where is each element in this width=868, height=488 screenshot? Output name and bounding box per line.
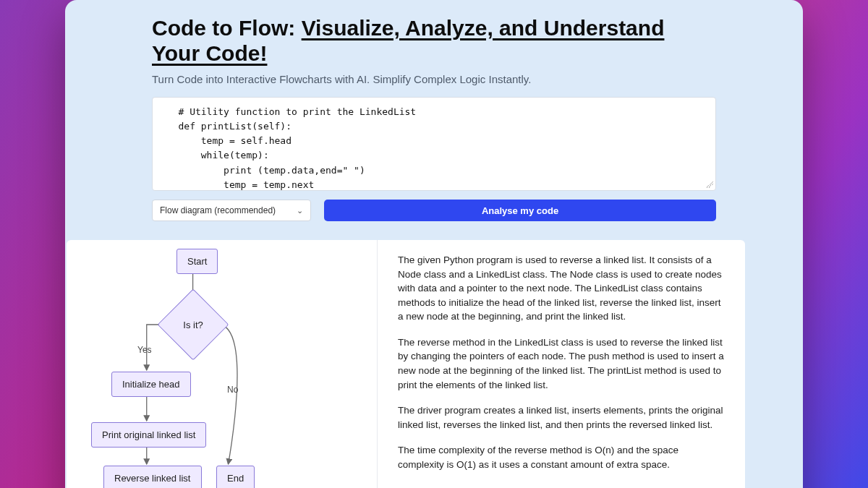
explanation-paragraph: The given Python program is used to reve… [398, 253, 725, 324]
controls-row: Flow diagram (recommended) ⌄ Analyse my … [152, 200, 716, 221]
flow-start-node: Start [176, 249, 218, 274]
code-input[interactable]: # Utility function to print the LinkedLi… [152, 97, 716, 191]
results-panel: Start Is it? Yes No Initialize head Prin… [67, 240, 745, 488]
code-line: def printList(self): [161, 119, 707, 134]
chevron-down-icon: ⌄ [297, 206, 303, 215]
flow-reverse-node: Reverse linked list [103, 466, 202, 488]
app-window: Code to Flow: Visualize, Analyze, and Un… [65, 0, 803, 488]
page-title: Code to Flow: Visualize, Analyze, and Un… [152, 16, 716, 66]
title-plain: Code to Flow: [152, 16, 302, 40]
explanation-paragraph: The time complexity of the reverse metho… [398, 443, 725, 471]
flow-print-original-node: Print original linked list [91, 422, 206, 448]
flow-edge-no: No [227, 385, 238, 395]
code-line: while(temp): [161, 148, 707, 163]
diagram-type-select[interactable]: Flow diagram (recommended) ⌄ [152, 200, 311, 221]
flowchart-panel: Start Is it? Yes No Initialize head Prin… [67, 240, 378, 488]
select-value: Flow diagram (recommended) [160, 205, 276, 215]
code-line: temp = temp.next [161, 178, 707, 191]
flow-init-head-node: Initialize head [111, 372, 191, 397]
explanation-paragraph: The driver program creates a linked list… [398, 403, 725, 432]
analyze-button[interactable]: Analyse my code [324, 200, 716, 221]
page-subtitle: Turn Code into Interactive Flowcharts wi… [152, 73, 716, 85]
flow-end-node: End [216, 466, 255, 488]
flow-edge-yes: Yes [137, 345, 152, 355]
explanation-paragraph: The reverse method in the LinkedList cla… [398, 335, 725, 392]
code-line: # Utility function to print the LinkedLi… [161, 105, 707, 119]
flow-decision-node: Is it? [168, 299, 218, 350]
code-line: temp = self.head [161, 134, 707, 148]
flowchart-arrows [67, 240, 377, 488]
explanation-panel: The given Python program is used to reve… [378, 240, 745, 488]
code-line: print (temp.data,end=" ") [161, 163, 707, 178]
